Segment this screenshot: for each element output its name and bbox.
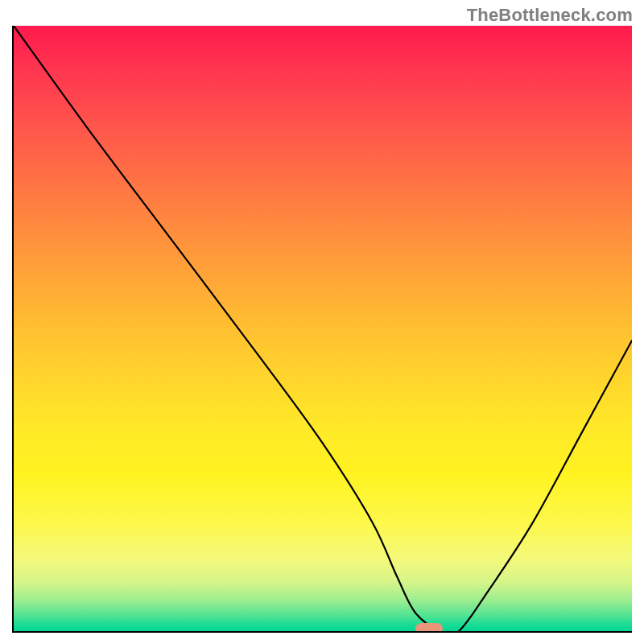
plot-area [12,26,632,633]
bottleneck-curve-path [14,26,632,631]
watermark-text: TheBottleneck.com [467,5,633,26]
optimal-marker [415,623,443,633]
chart-container: TheBottleneck.com [0,0,644,644]
curve-svg [14,26,632,631]
